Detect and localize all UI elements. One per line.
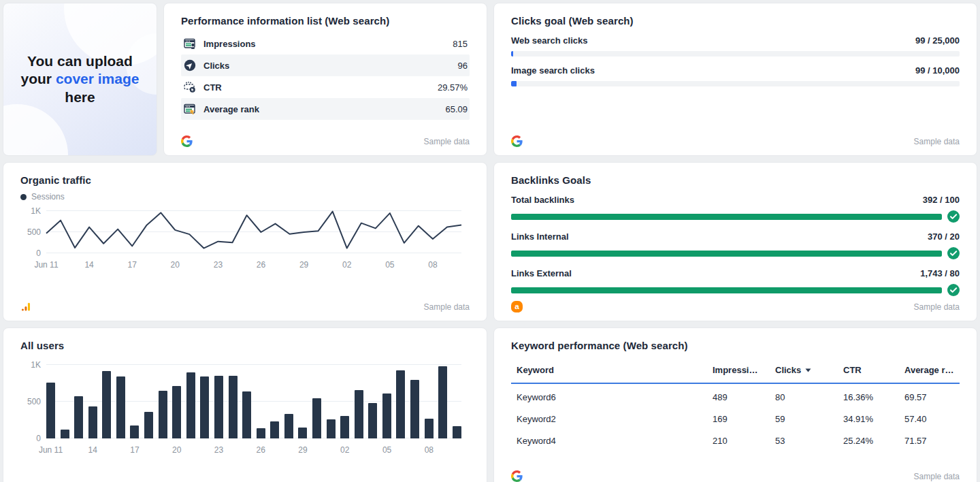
table-row[interactable]: Keyword4 210 53 25.24% 71.57 bbox=[511, 430, 960, 451]
bar[interactable] bbox=[172, 386, 181, 438]
cover-image-link[interactable]: cover image bbox=[56, 71, 140, 86]
x-axis-tick: 26 bbox=[257, 260, 265, 270]
x-axis-tick: 17 bbox=[130, 445, 139, 455]
metric-value: 29.57% bbox=[438, 82, 468, 93]
backlinks-goals-widget[interactable]: Backlinks Goals Total backlinks 392 / 10… bbox=[493, 162, 977, 321]
cell-keyword: Keyword4 bbox=[517, 436, 713, 446]
table-row[interactable]: Keyword2 169 59 34.91% 57.40 bbox=[511, 408, 960, 430]
goal-value: 1,743 / 80 bbox=[920, 268, 960, 278]
table-row[interactable]: Keyword6 489 80 16.36% 69.57 bbox=[511, 386, 960, 408]
bar[interactable] bbox=[425, 419, 434, 438]
widget-title: Backlinks Goals bbox=[511, 174, 960, 186]
y-axis-tick: 1K bbox=[31, 360, 41, 370]
bar[interactable] bbox=[410, 380, 419, 438]
x-axis: Jun 11141720232629020508 bbox=[46, 444, 461, 455]
x-axis-tick: 23 bbox=[214, 260, 223, 270]
cover-text-line3: here bbox=[65, 89, 95, 105]
column-header-clicks[interactable]: Clicks bbox=[775, 365, 843, 375]
goal-links-internal: Links Internal 370 / 20 bbox=[511, 231, 960, 259]
clicks-goal-widget[interactable]: Clicks goal (Web search) Web search clic… bbox=[493, 3, 977, 156]
column-header-average-rank[interactable]: Average r… bbox=[904, 365, 960, 375]
legend-dot bbox=[20, 194, 27, 200]
bar[interactable] bbox=[116, 376, 125, 438]
impressions-icon bbox=[183, 37, 197, 50]
bar[interactable] bbox=[396, 370, 405, 438]
cover-text-line1: You can upload bbox=[27, 53, 133, 69]
top-row: You can upload your cover image here Per… bbox=[3, 3, 977, 156]
metric-row-ctr: CTR 29.57% bbox=[181, 76, 470, 98]
progress-bar bbox=[511, 51, 960, 57]
goal-total-backlinks: Total backlinks 392 / 100 bbox=[511, 195, 960, 223]
goal-value: 99 / 10,000 bbox=[915, 65, 960, 76]
check-circle-icon bbox=[947, 247, 960, 259]
clicks-icon bbox=[183, 59, 197, 72]
widget-title: Clicks goal (Web search) bbox=[511, 15, 960, 27]
y-axis-tick: 500 bbox=[27, 227, 41, 237]
bar[interactable] bbox=[130, 425, 139, 438]
all-users-bar-chart[interactable]: 05001K Jun 11141720232629020508 bbox=[20, 365, 470, 455]
metric-row-impressions: Impressions 815 bbox=[181, 33, 470, 54]
cell-ctr: 34.91% bbox=[843, 414, 904, 424]
bar[interactable] bbox=[214, 376, 223, 438]
keyword-performance-widget[interactable]: Keyword performance (Web search) Keyword… bbox=[493, 327, 977, 482]
organic-traffic-widget[interactable]: Organic traffic Sessions 05001K Jun 1114… bbox=[3, 162, 487, 321]
all-users-widget[interactable]: All users 05001K Jun 1114172023262902050… bbox=[3, 327, 487, 482]
widget-title: All users bbox=[20, 340, 470, 351]
bar[interactable] bbox=[438, 366, 447, 438]
bar[interactable] bbox=[355, 390, 363, 438]
column-header-impressions[interactable]: Impressi… bbox=[713, 365, 775, 375]
y-axis: 05001K bbox=[20, 365, 41, 438]
progress-fill bbox=[511, 81, 517, 86]
metric-list: Impressions 815 Clicks 96 bbox=[181, 33, 470, 120]
bar[interactable] bbox=[88, 406, 97, 438]
progress-bar bbox=[511, 287, 942, 293]
bar[interactable] bbox=[270, 421, 279, 438]
sample-data-label: Sample data bbox=[424, 137, 470, 146]
metric-label: Average rank bbox=[203, 104, 259, 114]
sessions-line-chart[interactable]: 05001K Jun 11141720232629020508 bbox=[20, 211, 470, 270]
bar[interactable] bbox=[229, 376, 238, 438]
x-axis-tick: 29 bbox=[298, 445, 307, 455]
column-header-ctr[interactable]: CTR bbox=[843, 365, 904, 375]
bar[interactable] bbox=[340, 416, 349, 438]
line-chart-plot bbox=[46, 211, 461, 253]
bar[interactable] bbox=[312, 398, 321, 438]
bar[interactable] bbox=[186, 372, 195, 438]
dashboard-page: You can upload your cover image here Per… bbox=[0, 0, 980, 482]
bar[interactable] bbox=[453, 426, 461, 438]
performance-list-widget[interactable]: Performance information list (Web search… bbox=[163, 3, 487, 156]
widget-title: Organic traffic bbox=[20, 174, 470, 186]
cell-impressions: 169 bbox=[713, 414, 775, 424]
x-axis-tick: 26 bbox=[257, 445, 265, 455]
average-rank-icon bbox=[183, 102, 197, 116]
cell-keyword: Keyword6 bbox=[517, 392, 713, 402]
bar[interactable] bbox=[242, 391, 251, 438]
cover-image-card[interactable]: You can upload your cover image here bbox=[3, 3, 157, 156]
legend-item-sessions[interactable]: Sessions bbox=[31, 192, 65, 202]
bar[interactable] bbox=[284, 414, 293, 438]
cover-text-line2: your bbox=[21, 71, 56, 86]
bar[interactable] bbox=[298, 428, 307, 438]
bar[interactable] bbox=[61, 430, 69, 438]
x-axis-tick: 08 bbox=[425, 445, 434, 455]
bar[interactable] bbox=[159, 391, 167, 438]
cell-average-rank: 71.57 bbox=[904, 436, 960, 446]
bar[interactable] bbox=[382, 393, 391, 438]
bar[interactable] bbox=[102, 371, 111, 438]
bar[interactable] bbox=[200, 376, 209, 438]
goal-label: Image search clicks bbox=[511, 65, 595, 76]
bar[interactable] bbox=[144, 412, 153, 438]
bar[interactable] bbox=[74, 396, 83, 438]
cell-impressions: 489 bbox=[713, 392, 775, 402]
chart-legend: Sessions bbox=[20, 192, 470, 202]
y-axis-tick: 0 bbox=[36, 248, 41, 258]
goal-label: Total backlinks bbox=[511, 195, 574, 205]
progress-fill bbox=[511, 287, 942, 293]
cell-clicks: 80 bbox=[775, 392, 843, 402]
bar[interactable] bbox=[368, 403, 377, 438]
column-header-keyword[interactable]: Keyword bbox=[517, 365, 713, 375]
bar[interactable] bbox=[327, 419, 336, 438]
bar[interactable] bbox=[46, 383, 55, 438]
x-axis-tick: 05 bbox=[385, 260, 394, 270]
bar[interactable] bbox=[257, 428, 265, 438]
